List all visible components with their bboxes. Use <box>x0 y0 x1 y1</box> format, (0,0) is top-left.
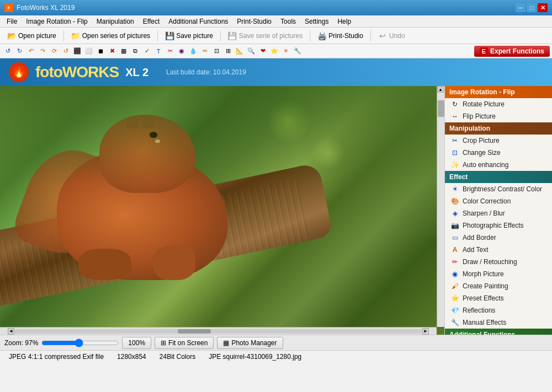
ic-btn21[interactable]: ❤ <box>257 46 268 57</box>
ic-btn6[interactable]: ⬜ <box>83 46 94 57</box>
maximize-button[interactable]: □ <box>527 3 537 12</box>
brand-bar: 🔥 fotoWORKS XL 2 Last build date: 10.04.… <box>0 58 552 86</box>
image-area[interactable]: ▲ ◄ ► <box>0 86 444 335</box>
sidebar-item-crop-picture[interactable]: ✂ Crop Picture <box>445 135 552 147</box>
ic-btn11[interactable]: ✓ <box>141 46 152 57</box>
ic-btn23[interactable]: ☀ <box>280 46 291 57</box>
ic-undo-btn[interactable]: ↺ <box>2 46 13 57</box>
sidebar-item-draw-retouching[interactable]: ✏ Draw / Retouching <box>445 256 552 268</box>
toolbar-separator-4 <box>310 30 310 41</box>
auto-enhancing-icon: ✨ <box>450 160 459 169</box>
icon-toolbar: ↺ ↻ ↶ ↷ ⟳ ↺ ⬛ ⬜ ◼ ✖ ▦ ⧉ ✓ T ✂ ◉ 💧 ✏ ⊡ ⊞ … <box>0 44 552 58</box>
zoom-slider[interactable] <box>41 339 119 347</box>
image-canvas <box>0 86 444 335</box>
ic-btn18[interactable]: ⊞ <box>222 46 233 57</box>
scroll-left-btn[interactable]: ◄ <box>8 328 14 335</box>
sidebar-item-brightness[interactable]: ☀ Brightness/ Contrast/ Color <box>445 183 552 195</box>
ic-rotate-ccw-btn[interactable]: ↶ <box>25 46 36 57</box>
menu-settings[interactable]: Settings <box>300 17 333 26</box>
ic-btn12[interactable]: T <box>153 46 164 57</box>
sidebar-item-rotate-picture[interactable]: ↻ Rotate Picture <box>445 98 552 110</box>
save-picture-button[interactable]: 💾 Save picture <box>160 29 218 42</box>
ic-btn20[interactable]: 🔍 <box>246 46 257 57</box>
ic-btn17[interactable]: ⊡ <box>211 46 222 57</box>
open-picture-button[interactable]: 📂 Open picture <box>2 29 61 42</box>
open-picture-icon: 📂 <box>7 31 16 40</box>
bottom-toolbar: Zoom: 97% 100% ⊞ Fit on Screen ▦ Photo M… <box>0 335 552 350</box>
ic-btn8[interactable]: ✖ <box>107 46 118 57</box>
scroll-h-track[interactable] <box>14 329 422 334</box>
scroll-up-btn[interactable]: ▲ <box>437 86 444 93</box>
ic-btn13[interactable]: ✂ <box>164 46 176 57</box>
flip-picture-icon: ↔ <box>450 112 459 121</box>
sidebar-item-photographic-effects[interactable]: 📷 Photographic Effects <box>445 219 552 232</box>
photo-manager-button[interactable]: ▦ Photo Manager <box>217 337 283 349</box>
menu-tools[interactable]: Tools <box>276 17 300 26</box>
reflections-label: Reflections <box>463 307 495 314</box>
photo-manager-icon: ▦ <box>223 339 229 347</box>
squirrel-image <box>0 86 444 335</box>
sidebar-header-manipulation: Manipulation <box>445 122 552 135</box>
minimize-button[interactable]: ─ <box>516 3 526 12</box>
sidebar-item-add-text[interactable]: A Add Text <box>445 244 552 256</box>
ic-btn9[interactable]: ▦ <box>118 46 129 57</box>
ic-btn16[interactable]: ✏ <box>199 46 210 57</box>
add-text-label: Add Text <box>463 246 488 254</box>
crop-picture-icon: ✂ <box>450 136 459 145</box>
menu-print-studio[interactable]: Print-Studio <box>232 17 276 26</box>
ic-btn15[interactable]: 💧 <box>188 46 199 57</box>
expert-btn-e-icon: E <box>480 47 488 55</box>
menu-manipulation[interactable]: Manipulation <box>92 17 139 26</box>
menu-image-rotation-flip[interactable]: Image Rotation - Flip <box>22 17 92 26</box>
scroll-v-thumb[interactable] <box>438 100 444 117</box>
expert-functions-button[interactable]: E Expert Functions <box>474 46 550 57</box>
ic-btn5[interactable]: ⬛ <box>72 46 83 57</box>
ic-redo-btn[interactable]: ↻ <box>14 46 25 57</box>
sidebar-item-color-correction[interactable]: 🎨 Color Correction <box>445 195 552 207</box>
close-button[interactable]: ✕ <box>538 3 548 12</box>
horizontal-scrollbar[interactable]: ◄ ► <box>0 327 437 335</box>
ic-rotate-cw-btn[interactable]: ↷ <box>37 46 48 57</box>
sidebar-item-flip-picture[interactable]: ↔ Flip Picture <box>445 110 552 122</box>
rotate-picture-icon: ↻ <box>450 100 459 109</box>
sidebar-item-auto-enhancing[interactable]: ✨ Auto enhancing <box>445 159 552 171</box>
ic-btn19[interactable]: 📐 <box>234 46 245 57</box>
sidebar-item-manual-effects[interactable]: 🔧 Manual Effects <box>445 316 552 329</box>
fit-on-screen-button[interactable]: ⊞ Fit on Screen <box>155 337 214 349</box>
morph-picture-label: Morph Picture <box>463 270 504 278</box>
sidebar-item-create-painting[interactable]: 🖌 Create Painting <box>445 280 552 292</box>
scroll-right-btn[interactable]: ► <box>422 328 429 335</box>
menu-file[interactable]: File <box>2 17 22 26</box>
status-bar: JPEG 4:1:1 compressed Exif file 1280x854… <box>0 350 552 362</box>
menu-effect[interactable]: Effect <box>139 17 164 26</box>
crop-picture-label: Crop Picture <box>463 137 500 144</box>
ic-rotate-180-btn[interactable]: ↺ <box>60 46 71 57</box>
save-serie-button[interactable]: 💾 Save serie of pictures <box>223 29 307 42</box>
scroll-h-thumb[interactable] <box>178 329 211 334</box>
ic-btn14[interactable]: ◉ <box>176 46 187 57</box>
sidebar-item-sharpen-blur[interactable]: ◈ Sharpen / Blur <box>445 207 552 219</box>
vertical-scrollbar[interactable]: ▲ <box>437 86 444 327</box>
ic-rotate-90-btn[interactable]: ⟳ <box>49 46 60 57</box>
window-controls[interactable]: ─ □ ✕ <box>516 3 548 12</box>
sidebar-item-change-size[interactable]: ⊡ Change Size <box>445 147 552 159</box>
sidebar-item-preset-effects[interactable]: ⭐ Preset Effects <box>445 292 552 304</box>
open-series-button[interactable]: 📁 Open series of pictures <box>66 29 155 42</box>
open-series-icon: 📁 <box>71 31 80 40</box>
undo-button[interactable]: ↩ Undo <box>373 29 410 42</box>
draw-retouching-icon: ✏ <box>450 257 459 266</box>
ic-btn7[interactable]: ◼ <box>95 46 106 57</box>
fit-screen-icon: ⊞ <box>161 339 166 347</box>
sidebar-item-add-border[interactable]: ▭ Add Border <box>445 232 552 244</box>
menu-additional-functions[interactable]: Additional Functions <box>164 17 232 26</box>
brightness-label: Brightness/ Contrast/ Color <box>463 185 542 193</box>
sidebar-item-morph-picture[interactable]: ◉ Morph Picture <box>445 268 552 280</box>
print-studio-button[interactable]: 🖨️ Print-Studio <box>312 29 368 42</box>
reflections-icon: 💎 <box>450 306 459 315</box>
zoom-100-button[interactable]: 100% <box>122 337 151 349</box>
menu-help[interactable]: Help <box>333 17 355 26</box>
ic-btn22[interactable]: ⭐ <box>269 46 280 57</box>
sidebar-item-reflections[interactable]: 💎 Reflections <box>445 304 552 316</box>
ic-btn10[interactable]: ⧉ <box>130 46 141 57</box>
ic-btn24[interactable]: 🔧 <box>292 46 303 57</box>
